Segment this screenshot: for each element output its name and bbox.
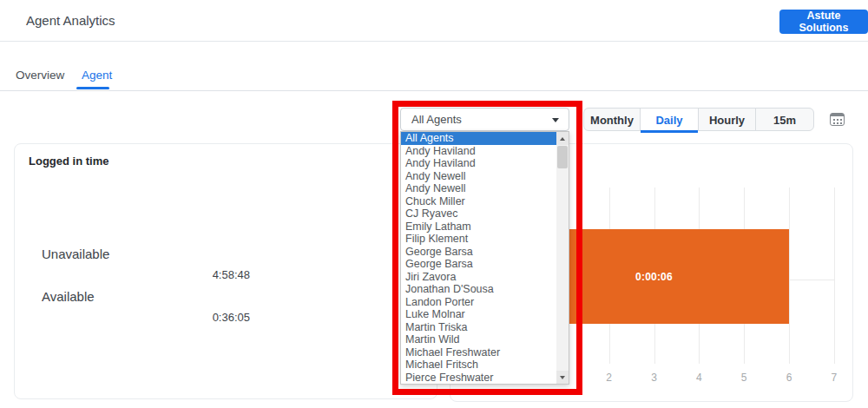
gridline xyxy=(834,188,835,364)
agent-option[interactable]: Andy Haviland xyxy=(401,145,556,158)
agent-select-value: All Agents xyxy=(411,113,462,126)
tab-overview[interactable]: Overview xyxy=(16,69,64,82)
period-daily-button[interactable]: Daily xyxy=(640,108,699,131)
calendar-icon-header xyxy=(831,114,844,116)
scroll-down-icon[interactable] xyxy=(556,371,569,384)
agent-option[interactable]: Luke Molnar xyxy=(401,308,556,321)
agent-dropdown-list: All AgentsAndy HavilandAndy HavilandAndy… xyxy=(400,131,569,385)
agent-option[interactable]: Andy Newell xyxy=(401,170,556,183)
scroll-up-icon[interactable] xyxy=(556,132,569,145)
tabbar-divider xyxy=(0,90,868,91)
agent-option[interactable]: Martin Wild xyxy=(401,333,556,346)
x-tick-label: 6 xyxy=(779,372,799,384)
agent-option[interactable]: Pierce Freshwater xyxy=(401,372,556,385)
agent-option[interactable]: CJ Ryavec xyxy=(401,207,556,220)
active-tab-underline xyxy=(76,87,109,89)
period-hourly-button[interactable]: Hourly xyxy=(698,108,756,131)
category-label-available: Available xyxy=(42,289,95,304)
period-toggle-group: Monthly Daily Hourly 15m xyxy=(583,108,814,131)
agent-select[interactable]: All Agents xyxy=(400,108,569,131)
astute-solutions-button[interactable]: Astute Solutions xyxy=(779,10,868,34)
agent-option[interactable]: George Barsa xyxy=(401,258,556,271)
agent-option[interactable]: Emily Latham xyxy=(401,220,556,234)
x-tick-label: 4 xyxy=(688,372,709,384)
calendar-icon[interactable] xyxy=(830,113,845,126)
agent-options: All AgentsAndy HavilandAndy HavilandAndy… xyxy=(401,132,556,384)
category-label-unavailable: Unavailable xyxy=(42,247,109,261)
gridline xyxy=(789,188,790,364)
card-title: Logged in time xyxy=(29,155,108,168)
agent-option[interactable]: Jonathan D'Sousa xyxy=(401,283,556,296)
scrollbar-thumb[interactable] xyxy=(557,146,568,168)
agent-option[interactable]: Martin Triska xyxy=(401,321,556,334)
x-tick-label: 2 xyxy=(599,372,620,384)
agent-option[interactable]: Landon Porter xyxy=(401,296,556,309)
agent-option[interactable]: Filip Klement xyxy=(401,233,556,246)
chevron-down-icon xyxy=(552,118,559,122)
agent-option[interactable]: Chuck Miller xyxy=(401,195,556,208)
unavailable-time-value: 4:58:48 xyxy=(145,268,250,281)
page-title: Agent Analytics xyxy=(26,13,115,28)
agent-option[interactable]: Andy Haviland xyxy=(401,157,556,170)
period-15m-button[interactable]: 15m xyxy=(755,108,814,131)
agent-option[interactable]: Michael Freshwater xyxy=(401,346,556,359)
x-tick-label: 7 xyxy=(824,372,845,384)
header-divider xyxy=(0,41,868,42)
available-time-value: 0:36:05 xyxy=(145,311,250,324)
x-tick-label: 3 xyxy=(644,372,665,384)
calendar-icon-dots xyxy=(833,119,835,121)
x-tick-label: 5 xyxy=(733,372,754,384)
tab-agent[interactable]: Agent xyxy=(82,69,112,82)
dropdown-scrollbar[interactable] xyxy=(556,132,569,384)
agent-option[interactable]: Andy Newell xyxy=(401,182,556,195)
period-monthly-button[interactable]: Monthly xyxy=(583,108,641,131)
agent-option[interactable]: All Agents xyxy=(401,132,556,145)
agent-option[interactable]: Michael Fritsch xyxy=(401,359,556,372)
agent-option[interactable]: George Barsa xyxy=(401,246,556,259)
bar-value-label: 0:00:06 xyxy=(635,271,673,283)
logged-in-time-card: Logged in time Unavailable 4:58:48 Avail… xyxy=(14,143,437,399)
agent-option[interactable]: Jiri Zavora xyxy=(401,271,556,284)
agent-analytics-screen: Agent Analytics Astute Solutions Overvie… xyxy=(0,0,868,408)
